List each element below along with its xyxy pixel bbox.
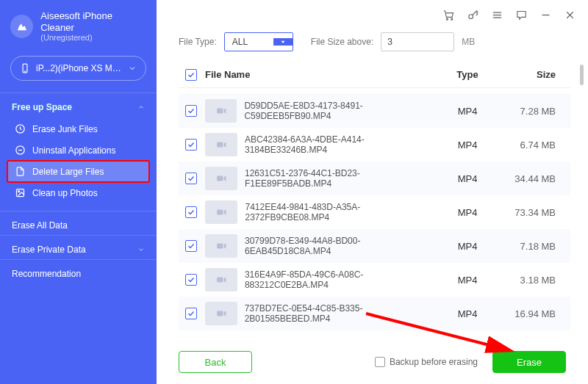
cart-icon[interactable]	[442, 9, 455, 21]
nav-head-label: Erase Private Data	[12, 244, 86, 255]
titlebar	[157, 0, 588, 29]
sidebar-item-label: Clean up Photos	[32, 188, 98, 198]
nav-head-recommendation[interactable]: Recommendation	[0, 260, 157, 283]
table-row[interactable]: 12631C51-2376-44C1-BD23-F1EE89F5BADB.MP4…	[179, 162, 570, 195]
brand: Aiseesoft iPhone Cleaner (Unregistered)	[0, 7, 157, 53]
file-name: ABC42384-6A3A-4DBE-A414-3184BE33246B.MP4	[245, 134, 438, 155]
svg-point-6	[18, 191, 19, 192]
svg-rect-19	[217, 142, 223, 148]
svg-marker-26	[224, 244, 226, 249]
sidebar-item-clean-photos[interactable]: Clean up Photos	[7, 182, 149, 203]
close-icon[interactable]	[564, 9, 576, 21]
svg-rect-17	[217, 109, 223, 114]
svg-point-9	[469, 14, 473, 18]
file-size: 34.44 MB	[497, 173, 570, 184]
chevron-down-icon	[137, 246, 145, 253]
clock-icon	[13, 123, 26, 134]
file-name: 737BD7EC-0E54-4C85-B335-2B01585BEBED.MP4	[245, 303, 438, 324]
row-checkbox[interactable]	[185, 206, 197, 218]
row-checkbox[interactable]	[185, 139, 197, 151]
file-icon	[13, 166, 26, 177]
device-selector[interactable]: iP...2)(iPhone XS Max)	[10, 56, 146, 81]
file-size: 73.34 MB	[497, 207, 570, 218]
file-size-unit: MB	[462, 37, 475, 47]
chevron-up-icon	[137, 104, 145, 111]
video-thumb-icon	[205, 268, 237, 291]
svg-rect-5	[16, 189, 24, 197]
svg-marker-18	[223, 109, 226, 114]
svg-point-8	[451, 18, 453, 20]
app-root: Aiseesoft iPhone Cleaner (Unregistered) …	[0, 0, 588, 384]
nav-list: Erase Junk Files Uninstall Applications …	[0, 117, 157, 211]
nav-head-erase-all[interactable]: Erase All Data	[0, 211, 157, 235]
row-checkbox[interactable]	[185, 240, 197, 252]
row-checkbox[interactable]	[185, 173, 197, 184]
sidebar: Aiseesoft iPhone Cleaner (Unregistered) …	[0, 0, 157, 384]
table-row[interactable]: 7412EE44-9841-483D-A35A-2372FB9CBE08.MP4…	[179, 195, 570, 229]
svg-marker-16	[281, 41, 284, 43]
svg-marker-24	[224, 210, 226, 215]
col-header-name: File Name	[204, 69, 438, 80]
file-type-value: ALL	[225, 33, 273, 51]
video-thumb-icon	[205, 99, 237, 123]
sidebar-item-erase-junk[interactable]: Erase Junk Files	[7, 118, 149, 140]
file-size: 7.28 MB	[497, 106, 570, 117]
row-checkbox[interactable]	[185, 274, 197, 286]
svg-rect-25	[217, 244, 223, 249]
nav-head-erase-private[interactable]: Erase Private Data	[0, 236, 157, 259]
feedback-icon[interactable]	[515, 9, 528, 21]
file-table: File Name Type Size D59DD5AE-E8D3-4173-8…	[157, 62, 588, 340]
brand-logo-icon	[10, 15, 33, 38]
sidebar-item-label: Delete Large Files	[32, 167, 104, 177]
nav-section-erase-all: Erase All Data	[0, 211, 157, 235]
nav-head-label: Erase All Data	[12, 220, 68, 231]
nav-head-free-up[interactable]: Free up Space	[0, 93, 157, 117]
file-name: 30799D78-E349-44A8-BD00-6EAB45D18C8A.MP4	[245, 236, 438, 256]
file-name: 12631C51-2376-44C1-BD23-F1EE89F5BADB.MP4	[245, 168, 438, 189]
brand-subtitle: (Unregistered)	[40, 33, 146, 43]
file-type-label: File Type:	[179, 37, 217, 47]
chevron-down-icon	[128, 64, 137, 73]
video-thumb-icon	[205, 234, 237, 258]
table-row[interactable]: 30799D78-E349-44A8-BD00-6EAB45D18C8A.MP4…	[179, 229, 570, 263]
file-name: D59DD5AE-E8D3-4173-8491-C59DEEB5FB90.MP4	[244, 101, 438, 121]
table-row[interactable]: ABC42384-6A3A-4DBE-A414-3184BE33246B.MP4…	[179, 128, 570, 162]
nav-section-free-up: Free up Space Erase Junk Files Uninstall…	[0, 93, 157, 211]
svg-rect-27	[217, 278, 223, 283]
file-name: 7412EE44-9841-483D-A35A-2372FB9CBE08.MP4	[245, 202, 438, 222]
svg-point-7	[446, 18, 448, 20]
svg-rect-29	[217, 311, 223, 316]
svg-rect-23	[217, 210, 223, 215]
back-button[interactable]: Back	[179, 351, 252, 373]
main-panel: File Type: ALL File Size above: MB File …	[157, 0, 588, 384]
key-icon[interactable]	[467, 9, 479, 21]
svg-marker-20	[224, 142, 226, 148]
scrollbar-thumb[interactable]	[580, 65, 584, 85]
file-size: 3.18 MB	[497, 275, 570, 286]
minimize-icon[interactable]	[539, 9, 552, 21]
brand-title: Aiseesoft iPhone Cleaner	[40, 10, 146, 33]
nav-section-erase-private: Erase Private Data	[0, 235, 157, 259]
sidebar-item-delete-large[interactable]: Delete Large Files	[7, 161, 149, 182]
file-type-select[interactable]: ALL	[224, 32, 293, 51]
sidebar-item-label: Erase Junk Files	[32, 124, 98, 134]
row-checkbox[interactable]	[185, 308, 197, 319]
table-row[interactable]: D59DD5AE-E8D3-4173-8491-C59DEEB5FB90.MP4…	[179, 94, 570, 128]
erase-button[interactable]: Erase	[492, 351, 566, 373]
video-thumb-icon	[205, 302, 237, 325]
file-name: 316E4A9F-85DA-49C6-A08C-883212C0E2BA.MP4	[245, 269, 438, 290]
file-size: 16.94 MB	[497, 308, 570, 319]
row-checkbox[interactable]	[185, 105, 197, 117]
select-all-checkbox[interactable]	[185, 69, 197, 81]
file-size-input[interactable]	[381, 32, 454, 51]
backup-label: Backup before erasing	[390, 357, 478, 367]
menu-icon[interactable]	[491, 9, 503, 21]
nav-head-label: Recommendation	[12, 269, 81, 279]
video-thumb-icon	[205, 200, 237, 224]
table-row[interactable]: 316E4A9F-85DA-49C6-A08C-883212C0E2BA.MP4…	[179, 263, 570, 297]
video-thumb-icon	[205, 133, 237, 156]
sidebar-item-uninstall[interactable]: Uninstall Applications	[7, 140, 149, 161]
backup-checkbox[interactable]: Backup before erasing	[375, 357, 478, 367]
checkbox-icon	[375, 357, 385, 367]
table-row[interactable]: 737BD7EC-0E54-4C85-B335-2B01585BEBED.MP4…	[179, 297, 570, 330]
